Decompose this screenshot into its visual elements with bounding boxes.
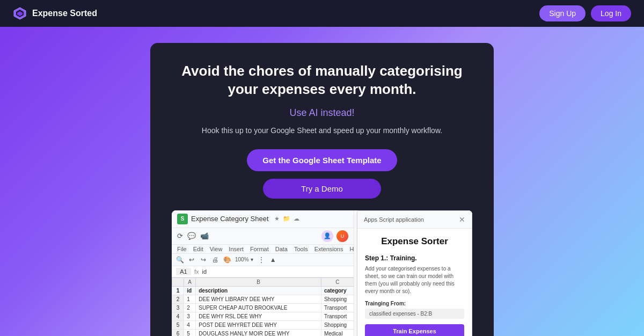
spreadsheet-preview: S Expense Category Sheet ★ 📁 ☁ ⟳ 💬 📹 👤 — [172, 210, 472, 336]
apps-script-panel: Apps Script application ✕ Expense Sorter… — [357, 210, 472, 336]
top-icons-left: ⟳ 💬 📹 — [177, 232, 209, 240]
table-row: 3 2 SUPER CHEAP AUTO BROOKVALE Transport — [172, 303, 354, 312]
sheet-right: Apps Script application ✕ Expense Sorter… — [354, 210, 472, 336]
row-num: 6 — [172, 329, 184, 336]
table-row: 2 1 DEE WHY LIBRARY DEE WHY Shopping — [172, 295, 354, 303]
chevron-down-icon: ▾ — [251, 257, 253, 262]
sheets-icon: S — [177, 214, 188, 224]
sheet-body: 1 id description category 2 1 DEE WHY LI… — [172, 286, 354, 336]
train-button[interactable]: Train Expenses — [365, 324, 464, 336]
sheet-top-icons: ⟳ 💬 📹 👤 U — [172, 228, 354, 245]
undo-icon[interactable]: ↩ — [188, 256, 195, 264]
star-icon: ★ — [274, 215, 280, 222]
sheet-title-bar: S Expense Category Sheet ★ 📁 ☁ — [172, 210, 354, 228]
step1-text: Add your categorised expenses to a sheet… — [365, 265, 464, 295]
cell-c: Shopping — [321, 295, 354, 303]
top-icons-right: 👤 U — [321, 230, 348, 242]
headline: Avoid the chores of manually categorisin… — [172, 62, 472, 99]
step1-label: Step 1.: Training. — [365, 254, 464, 262]
menu-tools[interactable]: Tools — [294, 246, 308, 252]
chat-icon: 💬 — [187, 232, 196, 240]
format-paint-icon[interactable]: 🎨 — [223, 256, 231, 264]
cell-id: id — [184, 286, 196, 295]
cell-c: Transport — [321, 303, 354, 312]
cell-b: POST DEE WHYRET DEE WHY — [196, 320, 321, 329]
more-options-icon[interactable]: ⋮ — [258, 256, 265, 264]
col-header-a: A — [184, 277, 196, 286]
cell-a: 2 — [184, 303, 196, 312]
col-header-empty — [172, 277, 184, 286]
row-num: 2 — [172, 295, 184, 303]
brand: Expense Sorted — [13, 6, 97, 20]
subheadline: Use AI instead! — [289, 107, 354, 119]
cell-b: DEE WHY RSL DEE WHY — [196, 312, 321, 320]
navbar-actions: Sign Up Log In — [539, 5, 631, 21]
signup-button[interactable]: Sign Up — [539, 5, 586, 21]
function-icon: fx — [194, 268, 199, 275]
sheet-table-container: A B C 1 id description category — [172, 277, 354, 336]
cell-b: DEE WHY LIBRARY DEE WHY — [196, 295, 321, 303]
zoom-out-icon[interactable]: 🔍 — [176, 256, 184, 264]
sheet-toolbar-row: 🔍 ↩ ↪ 🖨 🎨 100% ▾ ⋮ ▲ — [172, 254, 354, 266]
login-button[interactable]: Log In — [591, 5, 631, 21]
zoom-level: 100% ▾ — [235, 257, 253, 262]
panel-header: Apps Script application ✕ — [357, 211, 472, 229]
cell-b: DOUGLASS HANLY MOIR DEE WHY — [196, 329, 321, 336]
hero-section: Avoid the chores of manually categorisin… — [0, 27, 644, 336]
training-from-value: classified expenses - B2:B — [365, 309, 464, 319]
collapse-icon[interactable]: ▲ — [269, 256, 277, 264]
sheet-title: Expense Category Sheet — [191, 215, 269, 223]
main-card: Avoid the chores of manually categorisin… — [150, 43, 494, 336]
col-header-c: C — [321, 277, 354, 286]
formula-bar: A1 fx id — [172, 266, 354, 277]
cell-c: Transport — [321, 312, 354, 320]
table-row: 6 5 DOUGLASS HANLY MOIR DEE WHY Medical — [172, 329, 354, 336]
table-row: 5 4 POST DEE WHYRET DEE WHY Shopping — [172, 320, 354, 329]
cell-a: 1 — [184, 295, 196, 303]
cell-category: category — [321, 286, 354, 295]
training-from-label: Trainging From: — [365, 301, 464, 306]
formula-value: id — [202, 268, 207, 275]
table-row: 4 3 DEE WHY RSL DEE WHY Transport — [172, 312, 354, 320]
menu-file[interactable]: File — [177, 246, 187, 252]
video-icon: 📹 — [200, 232, 209, 240]
redo-icon[interactable]: ↪ — [200, 256, 207, 264]
table-row: 1 id description category — [172, 286, 354, 295]
row-num: 5 — [172, 320, 184, 329]
avatar: U — [336, 230, 348, 242]
row-num: 1 — [172, 286, 184, 295]
share-icon-circle: 👤 — [321, 230, 333, 242]
folder-icon: 📁 — [283, 215, 290, 222]
panel-body: Expense Sorter Step 1.: Training. Add yo… — [357, 229, 472, 336]
column-header-row: A B C — [172, 277, 354, 286]
menu-help[interactable]: Help — [349, 246, 354, 252]
navbar: Expense Sorted Sign Up Log In — [0, 0, 644, 27]
panel-title: Expense Sorter — [365, 236, 464, 247]
menu-edit[interactable]: Edit — [193, 246, 203, 252]
menu-insert[interactable]: Insert — [229, 246, 244, 252]
description: Hook this up to your Google Sheet and sp… — [202, 125, 442, 136]
cell-a: 5 — [184, 329, 196, 336]
print-icon[interactable]: 🖨 — [211, 256, 219, 264]
col-header-b: B — [196, 277, 321, 286]
cell-a: 3 — [184, 312, 196, 320]
cell-reference: A1 — [176, 268, 191, 275]
demo-button[interactable]: Try a Demo — [263, 179, 381, 199]
cell-c: Shopping — [321, 320, 354, 329]
panel-header-title: Apps Script application — [364, 216, 424, 223]
sheet-menu-bar: File Edit View Insert Format Data Tools … — [172, 245, 354, 254]
brand-icon — [13, 6, 27, 20]
cell-description: description — [196, 286, 321, 295]
brand-name: Expense Sorted — [32, 9, 97, 18]
close-icon[interactable]: ✕ — [459, 215, 465, 224]
menu-view[interactable]: View — [210, 246, 223, 252]
menu-data[interactable]: Data — [275, 246, 288, 252]
row-num: 3 — [172, 303, 184, 312]
cell-a: 4 — [184, 320, 196, 329]
menu-format[interactable]: Format — [250, 246, 269, 252]
sheet-table: A B C 1 id description category — [172, 277, 354, 336]
cell-c: Medical — [321, 329, 354, 336]
menu-extensions[interactable]: Extensions — [314, 246, 343, 252]
cloud-icon: ☁ — [294, 215, 299, 222]
template-button[interactable]: Get the Google Sheet Template — [247, 149, 397, 171]
